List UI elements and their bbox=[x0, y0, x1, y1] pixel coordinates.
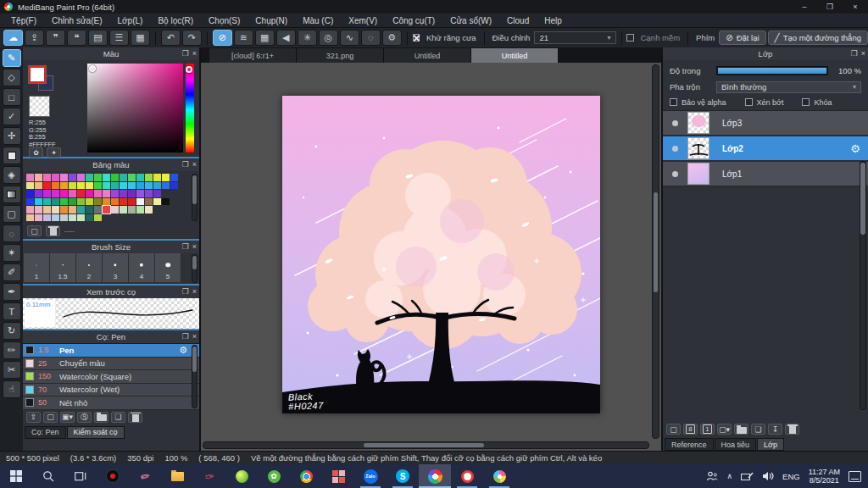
palette-swatch[interactable] bbox=[69, 198, 76, 206]
people-icon[interactable] bbox=[706, 471, 718, 481]
hue-slider[interactable] bbox=[186, 64, 194, 152]
duplicate-layer-icon[interactable]: ❏ bbox=[751, 424, 765, 435]
menu-item-1[interactable]: Chỉnh sửa(E) bbox=[44, 16, 110, 25]
recorder-app[interactable] bbox=[97, 464, 129, 488]
text-tool[interactable]: T bbox=[3, 302, 21, 320]
palette-swatch[interactable] bbox=[111, 182, 119, 190]
brush-size-4[interactable]: 4 bbox=[129, 253, 155, 282]
new-1bit-layer-icon[interactable]: 1 bbox=[700, 424, 715, 435]
palette-swatch[interactable] bbox=[120, 198, 127, 206]
snap-vanishing-icon[interactable]: ◀ bbox=[276, 30, 296, 46]
snap-parallel-icon[interactable]: ≋ bbox=[234, 30, 253, 46]
palette-swatch[interactable] bbox=[77, 214, 85, 222]
delete-palette-color-button[interactable] bbox=[46, 225, 60, 236]
palette-swatch[interactable] bbox=[43, 214, 51, 222]
snap-curve-icon[interactable]: ∿ bbox=[340, 30, 359, 46]
palette-swatch[interactable] bbox=[103, 182, 110, 190]
brush-tab-1[interactable]: Kiểm soát cọ bbox=[67, 426, 125, 439]
palette-swatch[interactable] bbox=[43, 198, 51, 206]
transparent-color-swatch[interactable] bbox=[29, 96, 50, 117]
comment-icon[interactable]: ❝ bbox=[67, 30, 86, 46]
palette-swatch[interactable] bbox=[86, 182, 93, 190]
menu-item-11[interactable]: Help bbox=[537, 16, 570, 25]
menu-item-8[interactable]: Công cụ(T) bbox=[385, 16, 442, 25]
brush-row[interactable]: 50Nét nhỏ bbox=[23, 396, 199, 410]
search-button[interactable] bbox=[32, 464, 64, 488]
palette-swatch[interactable] bbox=[43, 182, 51, 190]
language-indicator[interactable]: ENG bbox=[782, 472, 800, 481]
palette-swatch[interactable] bbox=[86, 214, 93, 222]
canvas[interactable]: Black #H0247 bbox=[282, 96, 600, 413]
scrollbar-thumb[interactable] bbox=[860, 163, 865, 235]
task-view-button[interactable] bbox=[64, 464, 97, 488]
palette-swatch[interactable] bbox=[77, 198, 85, 206]
palette-swatch[interactable] bbox=[26, 198, 34, 206]
upload-brush-icon[interactable]: ⇪ bbox=[26, 412, 41, 423]
palette-swatch[interactable] bbox=[35, 190, 42, 197]
saturation-value-picker[interactable] bbox=[87, 64, 183, 152]
cloud-save-icon[interactable]: ☁ bbox=[3, 30, 23, 46]
brush-tab-0[interactable]: Cọ: Pen bbox=[25, 426, 66, 439]
palette-swatch[interactable] bbox=[60, 174, 68, 181]
palette-swatch[interactable] bbox=[145, 174, 153, 181]
palette-swatch[interactable] bbox=[52, 214, 59, 222]
palette-swatch[interactable] bbox=[26, 206, 34, 214]
scrollbar-thumb[interactable] bbox=[192, 175, 197, 204]
palette-swatch[interactable] bbox=[136, 198, 144, 206]
palette-swatch[interactable] bbox=[77, 182, 85, 190]
layers-tab-0[interactable]: Reference bbox=[665, 438, 714, 451]
select-pen-tool[interactable]: ✐ bbox=[3, 263, 21, 281]
canvas-horizontal-scrollbar[interactable] bbox=[203, 441, 649, 449]
ball-game-app[interactable] bbox=[225, 464, 258, 488]
palette-swatch[interactable] bbox=[43, 174, 51, 181]
notification-center-icon[interactable] bbox=[849, 471, 861, 482]
palette-swatch[interactable] bbox=[120, 206, 127, 214]
palette-swatch[interactable] bbox=[77, 206, 85, 214]
palette-swatch[interactable] bbox=[145, 190, 153, 197]
palette-swatch[interactable] bbox=[43, 190, 51, 197]
brush-tool[interactable]: ✎ bbox=[3, 49, 21, 67]
medibang-app[interactable] bbox=[419, 464, 451, 488]
palette-swatch[interactable] bbox=[43, 206, 51, 214]
blocks-app[interactable] bbox=[322, 464, 354, 488]
minimize-button[interactable]: – bbox=[792, 0, 817, 14]
snap-off-icon[interactable]: ⊘ bbox=[213, 30, 232, 46]
palette-swatch[interactable] bbox=[136, 190, 144, 197]
palette-swatch[interactable] bbox=[35, 174, 42, 181]
skype-app[interactable]: S bbox=[387, 464, 419, 488]
sai-app[interactable] bbox=[483, 464, 515, 488]
redo-icon[interactable]: ↷ bbox=[182, 30, 202, 46]
brush-row[interactable]: 150Watercolor (Square) bbox=[23, 370, 199, 384]
hand-tool[interactable]: ☝ bbox=[3, 380, 21, 398]
brush-row[interactable]: 70Watercolor (Wet) bbox=[23, 384, 199, 397]
palette-swatch[interactable] bbox=[153, 174, 161, 181]
popout-icon[interactable]: ❐ bbox=[182, 286, 189, 298]
draw-line-button[interactable]: ╱ Tạo một đường thẳng bbox=[768, 30, 868, 45]
brush-row[interactable]: 1.5Pen⚙ bbox=[23, 344, 199, 358]
document-tab-1[interactable]: 321.png bbox=[297, 48, 384, 63]
palette-swatch[interactable] bbox=[52, 198, 59, 206]
menu-item-4[interactable]: Chọn(S) bbox=[201, 16, 248, 25]
soft-edge-checkbox[interactable] bbox=[626, 34, 633, 42]
palette-swatch[interactable] bbox=[145, 198, 153, 206]
opera-app[interactable] bbox=[451, 464, 483, 488]
palette-swatch[interactable] bbox=[86, 174, 93, 181]
palette-swatch[interactable] bbox=[94, 206, 102, 214]
menu-item-6[interactable]: Màu (C) bbox=[295, 16, 341, 25]
palette-swatch[interactable] bbox=[69, 174, 76, 181]
fill-shape-tool[interactable] bbox=[3, 147, 21, 164]
close-icon[interactable]: × bbox=[861, 47, 865, 60]
snap-grid-icon[interactable]: ▦ bbox=[255, 30, 275, 46]
palette-swatch[interactable] bbox=[35, 214, 42, 222]
menu-item-5[interactable]: Chụp(N) bbox=[248, 16, 295, 25]
layer-row-Lớp2[interactable]: Lớp2⚙ bbox=[663, 136, 868, 162]
document-icon[interactable]: ▤ bbox=[88, 30, 108, 46]
snap-settings-icon[interactable]: ⚙ bbox=[382, 30, 402, 46]
scrollbar-thumb[interactable] bbox=[654, 192, 658, 293]
paint-app[interactable]: ✑ bbox=[193, 464, 225, 488]
brush-size-1[interactable]: 1 bbox=[24, 253, 50, 282]
palette-swatch[interactable] bbox=[153, 182, 161, 190]
palette-swatch[interactable] bbox=[128, 206, 136, 214]
palette-swatch[interactable] bbox=[111, 174, 119, 181]
eyedropper-tool[interactable]: ✏ bbox=[3, 341, 21, 359]
